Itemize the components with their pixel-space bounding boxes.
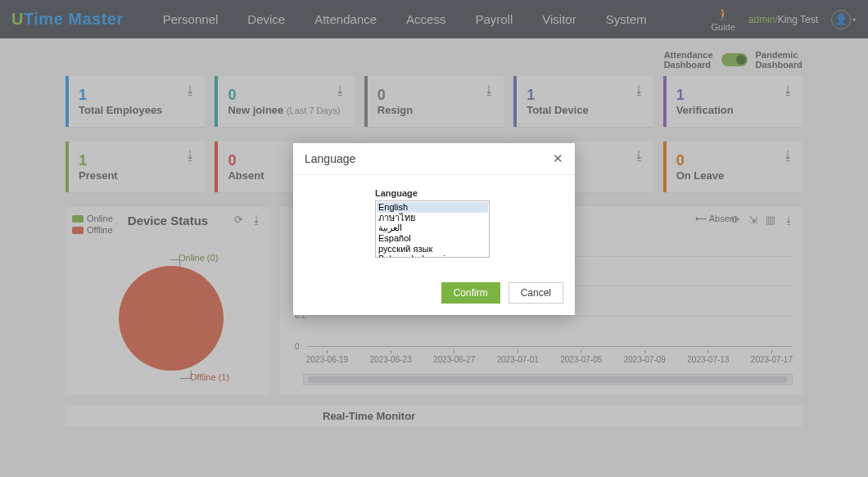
language-modal: Language ✕ Language Englishภาษาไทยالعربي… <box>293 143 575 315</box>
confirm-button[interactable]: Confirm <box>441 282 500 304</box>
modal-header: Language ✕ <box>293 143 575 175</box>
language-option[interactable]: العربية <box>377 223 488 233</box>
modal-body: Language EnglishภาษาไทยالعربيةEspañolрус… <box>293 175 575 274</box>
language-option[interactable]: English <box>377 202 488 213</box>
modal-footer: Confirm Cancel <box>293 274 575 315</box>
language-option[interactable]: ภาษาไทย <box>377 213 488 223</box>
close-icon[interactable]: ✕ <box>553 151 563 166</box>
modal-title: Language <box>305 152 355 165</box>
cancel-button[interactable]: Cancel <box>509 282 563 304</box>
language-option[interactable]: Bahasa Indonesia <box>377 254 488 258</box>
language-option[interactable]: Español <box>377 233 488 244</box>
language-select[interactable]: EnglishภาษาไทยالعربيةEspañolрусский язык… <box>375 200 490 258</box>
modal-overlay: Language ✕ Language Englishภาษาไทยالعربي… <box>0 0 868 477</box>
language-field-label: Language <box>375 188 563 198</box>
language-option[interactable]: русский язык <box>377 244 488 254</box>
